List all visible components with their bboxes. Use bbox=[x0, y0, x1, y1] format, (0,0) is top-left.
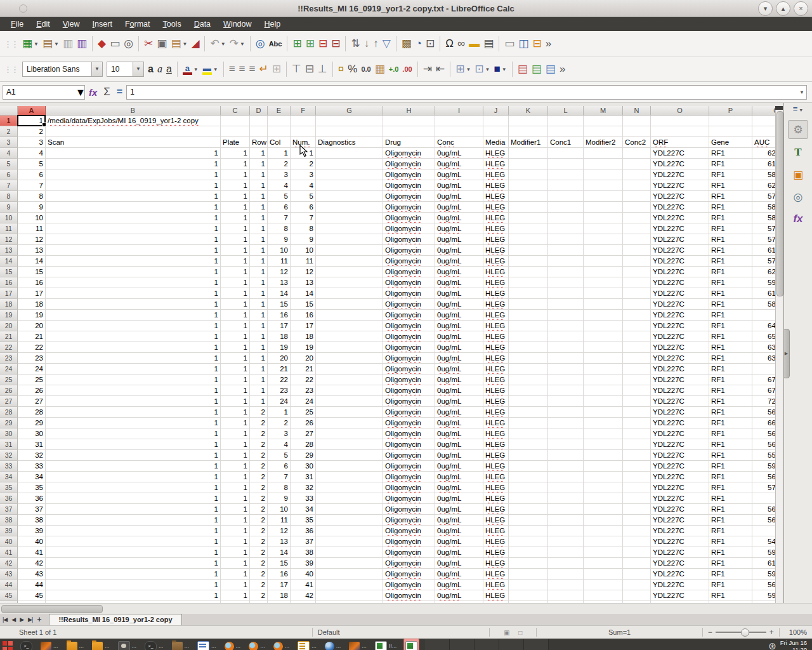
cell-J40[interactable]: HLEG bbox=[483, 536, 509, 547]
insert-mode-icon[interactable]: ▣ bbox=[504, 629, 509, 636]
cell-K7[interactable] bbox=[509, 180, 548, 191]
font-size-combo[interactable]: 10 ▼ bbox=[107, 62, 144, 77]
toolbar-grip-icon[interactable]: ⋮⋮ bbox=[4, 39, 18, 49]
taskbar-item-file-manager-2[interactable]: ... bbox=[91, 639, 111, 650]
cell-H17[interactable]: Oligomycin bbox=[383, 288, 435, 299]
cell-N19[interactable] bbox=[623, 310, 651, 321]
font-name-dropdown-icon[interactable]: ▼ bbox=[91, 62, 102, 76]
cell-E19[interactable]: 16 bbox=[268, 310, 291, 321]
insert-comment-button[interactable]: ▬ bbox=[467, 35, 481, 53]
cell-Q35[interactable]: 5786.924 bbox=[752, 482, 775, 493]
cell-O43[interactable]: YDL227C bbox=[651, 569, 709, 580]
cell-M23[interactable] bbox=[584, 353, 623, 364]
cell-G25[interactable] bbox=[316, 375, 383, 385]
special-character-button[interactable]: Ω bbox=[443, 35, 455, 53]
cell-M1[interactable] bbox=[584, 116, 623, 126]
cell-D28[interactable]: 2 bbox=[250, 407, 268, 418]
cell-M24[interactable] bbox=[584, 364, 623, 375]
cut-button[interactable]: ✂ bbox=[142, 35, 155, 53]
cell-O22[interactable]: YDL227C bbox=[651, 342, 709, 353]
cell-J28[interactable]: HLEG bbox=[483, 407, 509, 418]
undo-button[interactable]: ↶▼ bbox=[208, 35, 227, 53]
cell-Q25[interactable]: 6703.812 bbox=[752, 375, 775, 385]
cell-B27[interactable]: 1 bbox=[46, 396, 221, 407]
sort-descending-button[interactable]: ↑ bbox=[371, 35, 381, 53]
cell-C23[interactable]: 1 bbox=[221, 353, 250, 364]
cell-O19[interactable]: YDL227C bbox=[651, 310, 709, 321]
border-style-button[interactable]: ⊡▼ bbox=[473, 60, 492, 78]
cell-C36[interactable]: 1 bbox=[221, 493, 250, 504]
row-header-42[interactable]: 42 bbox=[0, 558, 18, 569]
cell-M32[interactable] bbox=[584, 450, 623, 461]
cell-M35[interactable] bbox=[584, 482, 623, 493]
cell-B39[interactable]: 1 bbox=[46, 526, 221, 536]
row-header-35[interactable]: 35 bbox=[0, 482, 18, 493]
headers-and-footers-button[interactable]: ▤ bbox=[481, 35, 495, 53]
menu-window[interactable]: Window bbox=[218, 18, 257, 30]
cell-N17[interactable] bbox=[623, 288, 651, 299]
cell-B8[interactable]: 1 bbox=[46, 191, 221, 202]
cell-F5[interactable]: 2 bbox=[291, 159, 316, 169]
cell-D36[interactable]: 2 bbox=[250, 493, 268, 504]
column-header-J[interactable]: J bbox=[483, 106, 509, 116]
cell-E32[interactable]: 5 bbox=[268, 450, 291, 461]
cell-D17[interactable]: 1 bbox=[250, 288, 268, 299]
cell-C30[interactable]: 1 bbox=[221, 428, 250, 439]
cell-K22[interactable] bbox=[509, 342, 548, 353]
taskbar-clock[interactable]: ⊛ Fri Jun 16 11:20 bbox=[768, 639, 809, 650]
cell-B22[interactable]: 1 bbox=[46, 342, 221, 353]
cell-M5[interactable] bbox=[584, 159, 623, 169]
row-header-1[interactable]: 1 bbox=[0, 116, 18, 126]
cell-L40[interactable] bbox=[548, 536, 584, 547]
cell-F21[interactable]: 18 bbox=[291, 331, 316, 342]
cell-H15[interactable]: Oligomycin bbox=[383, 267, 435, 277]
cell-M11[interactable] bbox=[584, 223, 623, 234]
cell-B34[interactable]: 1 bbox=[46, 472, 221, 482]
taskbar-item-matlab-2[interactable]: ... bbox=[348, 639, 368, 650]
cell-E20[interactable]: 17 bbox=[268, 321, 291, 331]
cell-B42[interactable]: 1 bbox=[46, 558, 221, 569]
row-header-26[interactable]: 26 bbox=[0, 385, 18, 396]
cell-Q22[interactable]: 6301.576 bbox=[752, 342, 775, 353]
align-left-button[interactable]: ≡ bbox=[227, 60, 237, 78]
column-header-E[interactable]: E bbox=[268, 106, 291, 116]
save-as-button[interactable]: ▥ bbox=[75, 35, 89, 53]
cell-O17[interactable]: YDL227C bbox=[651, 288, 709, 299]
cell-F10[interactable]: 7 bbox=[291, 213, 316, 223]
cell-M12[interactable] bbox=[584, 234, 623, 245]
cell-Q37[interactable]: 5603.458 bbox=[752, 504, 775, 515]
cell-N5[interactable] bbox=[623, 159, 651, 169]
cell-M18[interactable] bbox=[584, 299, 623, 310]
cell-L27[interactable] bbox=[548, 396, 584, 407]
cell-I26[interactable]: 0ug/mL bbox=[435, 385, 483, 396]
cell-C28[interactable]: 1 bbox=[221, 407, 250, 418]
cell-F30[interactable]: 27 bbox=[291, 428, 316, 439]
cell-A22[interactable]: 22 bbox=[18, 342, 46, 353]
cell-Q34[interactable]: 5643.215 bbox=[752, 472, 775, 482]
cell-M34[interactable] bbox=[584, 472, 623, 482]
cell-O35[interactable]: YDL227C bbox=[651, 482, 709, 493]
taskbar-item-app-sphere[interactable]: ... bbox=[324, 639, 343, 650]
cell-A43[interactable]: 43 bbox=[18, 569, 46, 580]
zoom-percent[interactable]: 100% bbox=[780, 628, 812, 636]
cell-C8[interactable]: 1 bbox=[221, 191, 250, 202]
cell-E24[interactable]: 21 bbox=[268, 364, 291, 375]
cell-K21[interactable] bbox=[509, 331, 548, 342]
cell-G15[interactable] bbox=[316, 267, 383, 277]
row-header-20[interactable]: 20 bbox=[0, 321, 18, 331]
cell-J13[interactable]: HLEG bbox=[483, 245, 509, 256]
cell-I43[interactable]: 0ug/mL bbox=[435, 569, 483, 580]
cell-F16[interactable]: 13 bbox=[291, 277, 316, 288]
cell-M29[interactable] bbox=[584, 418, 623, 428]
cell-N29[interactable] bbox=[623, 418, 651, 428]
export-pdf-button[interactable]: ◆ bbox=[96, 35, 108, 53]
taskbar-item-terminal-2[interactable]: >_... bbox=[143, 639, 165, 650]
cell-I44[interactable]: 0ug/mL bbox=[435, 580, 483, 590]
cell-F33[interactable]: 30 bbox=[291, 461, 316, 472]
cell-E7[interactable]: 4 bbox=[268, 180, 291, 191]
cell-K42[interactable] bbox=[509, 558, 548, 569]
cell-N18[interactable] bbox=[623, 299, 651, 310]
cell-E16[interactable]: 13 bbox=[268, 277, 291, 288]
cell-D8[interactable]: 1 bbox=[250, 191, 268, 202]
print-preview-button[interactable]: ◎ bbox=[122, 35, 135, 53]
